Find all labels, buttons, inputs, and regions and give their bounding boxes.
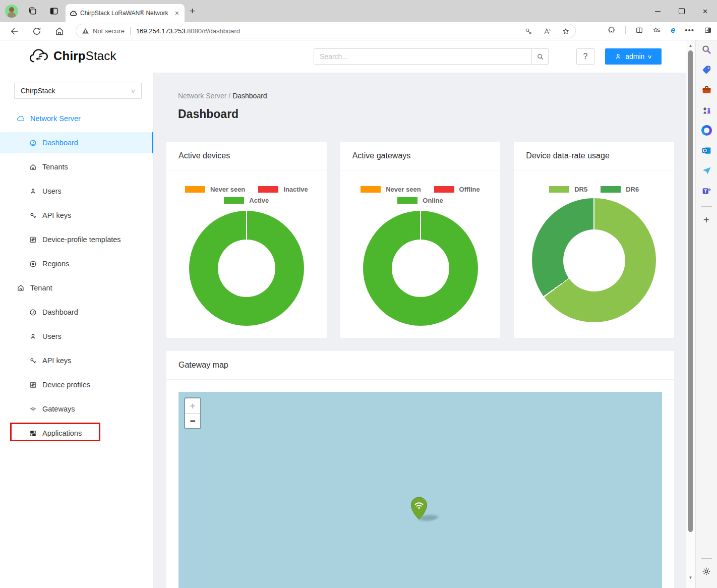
control-icon bbox=[29, 236, 37, 244]
organization-select-value: ChirpStack bbox=[21, 87, 55, 95]
search-icon bbox=[536, 53, 544, 61]
sidebar-item-tenants[interactable]: Tenants bbox=[0, 156, 153, 178]
map-zoom-out-button[interactable]: − bbox=[185, 414, 200, 428]
cloud-icon bbox=[17, 114, 25, 123]
split-screen-icon[interactable] bbox=[635, 26, 643, 34]
brand-wordmark: ChirpStack bbox=[53, 49, 116, 63]
sidebar-item-gateways[interactable]: Gateways bbox=[0, 398, 153, 420]
sidebar-item-tenant[interactable]: Tenant bbox=[0, 277, 153, 299]
sidebar-settings-gear-icon[interactable] bbox=[700, 565, 713, 578]
sidebar-item-ns-api-keys[interactable]: API keys bbox=[0, 205, 153, 226]
breadcrumb-network-server[interactable]: Network Server bbox=[178, 92, 226, 100]
sidebar-item-tenant-api-keys[interactable]: API keys bbox=[0, 350, 153, 371]
legend-online[interactable]: Online bbox=[397, 197, 443, 204]
workspaces-icon[interactable] bbox=[28, 6, 38, 16]
home-icon[interactable] bbox=[54, 26, 65, 36]
legend-offline[interactable]: Offline bbox=[434, 186, 480, 193]
refresh-icon[interactable] bbox=[32, 26, 42, 36]
settings-menu-icon[interactable]: ••• bbox=[685, 26, 694, 34]
legend-never-seen[interactable]: Never seen bbox=[185, 186, 245, 193]
sidebar-item-ns-dashboard[interactable]: Dashboard bbox=[0, 132, 153, 153]
close-button[interactable]: × bbox=[693, 0, 717, 22]
legend-swatch bbox=[397, 197, 417, 204]
new-tab-button[interactable]: + bbox=[190, 6, 195, 16]
shopping-icon[interactable] bbox=[700, 63, 713, 76]
chart-legend: Never seen Offline Online bbox=[340, 170, 501, 204]
sidebar-item-device-profile-templates[interactable]: Device-profile templates bbox=[0, 229, 153, 250]
organization-select[interactable]: ChirpStack ∨ bbox=[14, 83, 142, 99]
legend-never-seen[interactable]: Never seen bbox=[361, 186, 421, 193]
user-icon bbox=[29, 333, 37, 340]
dashboard-icon bbox=[29, 139, 37, 147]
add-sidebar-item-icon[interactable]: + bbox=[700, 213, 713, 226]
home-icon bbox=[29, 163, 37, 171]
chirpstack-header: ChirpStack ? admin ∨ bbox=[0, 40, 686, 73]
active-devices-donut-chart bbox=[189, 211, 304, 326]
card-title: Active devices bbox=[166, 142, 327, 170]
games-icon[interactable] bbox=[700, 103, 713, 116]
page-title: Dashboard bbox=[178, 107, 686, 121]
minimize-button[interactable] bbox=[646, 0, 670, 22]
tab-actions-icon[interactable] bbox=[49, 6, 59, 16]
dashboard-icon bbox=[29, 309, 37, 316]
breadcrumb: Network Server / Dashboard bbox=[178, 92, 686, 100]
map-zoom-in-button[interactable]: + bbox=[185, 398, 200, 414]
sidebar-item-label: Dashboard bbox=[42, 308, 78, 316]
legend-inactive[interactable]: Inactive bbox=[258, 186, 308, 193]
legend-swatch bbox=[434, 186, 454, 193]
sidebar-item-tenant-users[interactable]: Users bbox=[0, 326, 153, 347]
help-button[interactable]: ? bbox=[576, 48, 594, 65]
tools-icon[interactable] bbox=[700, 83, 713, 96]
user-icon bbox=[29, 188, 37, 195]
chirpstack-logo[interactable]: ChirpStack bbox=[28, 47, 116, 65]
extensions-icon[interactable] bbox=[608, 26, 616, 34]
gateway-map[interactable]: + − bbox=[178, 392, 662, 588]
legend-swatch bbox=[258, 186, 278, 193]
bing-search-icon[interactable] bbox=[700, 43, 713, 56]
outlook-icon[interactable] bbox=[700, 144, 713, 157]
gateway-map-marker[interactable] bbox=[410, 497, 428, 520]
app-sidebar: ChirpStack ∨ Network Server Dashboard bbox=[0, 73, 154, 588]
microsoft-365-icon[interactable] bbox=[700, 124, 713, 137]
teams-icon[interactable] bbox=[700, 184, 713, 197]
scrollbar-thumb[interactable] bbox=[688, 50, 693, 532]
sidebar-item-label: Tenant bbox=[30, 284, 52, 292]
ie-mode-icon[interactable]: e bbox=[671, 26, 675, 34]
url-path[interactable]: :8080/#/dashboard bbox=[185, 27, 240, 35]
sidebar-toggle-icon[interactable] bbox=[704, 26, 712, 34]
page-scrollbar[interactable]: ▲ ▼ bbox=[686, 40, 695, 588]
password-key-icon[interactable] bbox=[524, 27, 532, 35]
legend-dr6[interactable]: DR6 bbox=[601, 186, 639, 193]
url-host[interactable]: 169.254.173.253 bbox=[136, 27, 186, 35]
favorites-star-icon[interactable] bbox=[562, 27, 570, 35]
legend-dr5[interactable]: DR5 bbox=[549, 186, 587, 193]
maximize-button[interactable] bbox=[670, 0, 693, 22]
card-title: Active gateways bbox=[340, 142, 501, 170]
sidebar-item-tenant-dashboard[interactable]: Dashboard bbox=[0, 302, 153, 323]
sidebar-item-device-profiles[interactable]: Device profiles bbox=[0, 374, 153, 395]
admin-menu-button[interactable]: admin ∨ bbox=[605, 48, 662, 65]
search-button[interactable] bbox=[531, 48, 549, 65]
read-aloud-icon[interactable] bbox=[543, 27, 551, 35]
drop-icon[interactable] bbox=[700, 164, 713, 177]
sidebar-item-applications[interactable]: Applications bbox=[0, 423, 153, 444]
security-label[interactable]: Not secure bbox=[93, 27, 125, 35]
legend-active[interactable]: Active bbox=[224, 197, 269, 204]
browser-tab[interactable]: ChirpStack LoRaWAN® Network × bbox=[66, 4, 185, 22]
sidebar-item-ns-users[interactable]: Users bbox=[0, 181, 153, 202]
compass-icon bbox=[29, 260, 37, 268]
sidebar-item-network-server[interactable]: Network Server bbox=[0, 108, 153, 129]
tab-close-icon[interactable]: × bbox=[173, 9, 181, 17]
user-icon bbox=[615, 53, 622, 60]
search-input[interactable] bbox=[314, 48, 531, 65]
profile-avatar[interactable] bbox=[5, 5, 18, 18]
scrollbar-up-arrow[interactable]: ▲ bbox=[686, 43, 695, 48]
active-gateways-card: Active gateways Never seen Offline Onlin… bbox=[340, 142, 501, 338]
scrollbar-down-arrow[interactable]: ▼ bbox=[686, 575, 695, 580]
select-chevron-icon: ∨ bbox=[130, 88, 136, 94]
sidebar-item-regions[interactable]: Regions bbox=[0, 253, 153, 274]
collections-icon[interactable] bbox=[653, 26, 661, 34]
legend-swatch bbox=[601, 186, 621, 193]
back-icon[interactable] bbox=[10, 26, 20, 36]
address-bar[interactable]: Not secure 169.254.173.253:8080/#/dashbo… bbox=[76, 24, 576, 38]
